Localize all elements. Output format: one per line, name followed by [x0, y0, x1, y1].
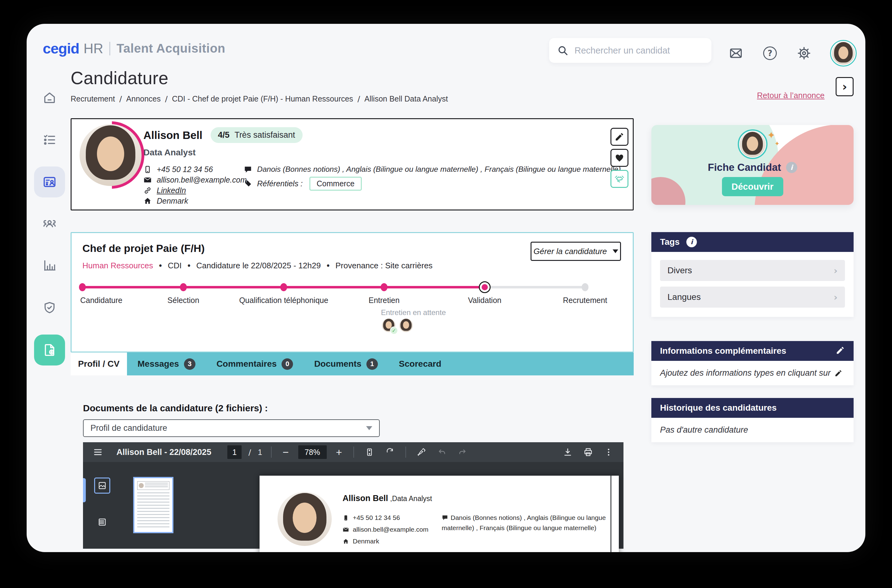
breadcrumb-separator: /: [165, 94, 168, 104]
pdf-page-input[interactable]: 1: [227, 446, 242, 459]
tab-profil-cv[interactable]: Profil / CV: [71, 352, 127, 375]
pdf-page-thumbnail[interactable]: [133, 477, 173, 533]
history-title: Historique des candidatures: [660, 403, 777, 413]
pdf-page[interactable]: Allison Bell ,Data Analyst +45 50 12 34 …: [260, 476, 619, 552]
user-avatar[interactable]: [830, 40, 857, 66]
outline-panel-icon[interactable]: [94, 514, 110, 530]
envelope-icon: [343, 526, 349, 533]
caret-down-icon: [366, 426, 372, 430]
sparkle-icon: ✦: [775, 140, 780, 147]
sidebar-item-home[interactable]: [42, 91, 57, 105]
search-icon: [557, 45, 569, 56]
tags-title: Tags: [660, 237, 680, 247]
search-input[interactable]: [575, 45, 703, 56]
cv-languages: Danois (Bonnes notions) , Anglais (Bilin…: [442, 514, 606, 531]
edit-candidate-button[interactable]: [611, 128, 629, 146]
application-source: Provenance : Site carrières: [335, 261, 433, 270]
pdf-document-title: Allison Bell - 22/08/2025: [116, 447, 211, 457]
candidate-referentiels-row: Référentiels : Commerce: [244, 177, 362, 190]
checklist-icon: [42, 133, 57, 147]
job-title: Chef de projet Paie (F/H): [83, 242, 205, 254]
bar-chart-icon: [42, 258, 57, 273]
candidate-linkedin-link[interactable]: LinkedIn: [157, 186, 186, 195]
step-dot-selection: [180, 283, 187, 291]
shield-check-icon: [42, 300, 57, 315]
sidebar-item-tasks[interactable]: [42, 133, 57, 147]
sparkle-icon: ✦: [767, 129, 776, 141]
candidate-phone-row: +45 50 12 34 56: [143, 165, 213, 174]
pdf-menu-icon[interactable]: [91, 446, 105, 459]
sidebar-item-people[interactable]: [42, 217, 57, 231]
department-link[interactable]: Human Ressources: [83, 261, 153, 270]
undo-icon[interactable]: [435, 446, 449, 459]
application-meta: Human Ressources • CDI • Candidature le …: [83, 261, 433, 270]
step-label: Candidature: [80, 296, 155, 305]
next-candidate-button[interactable]: ›: [836, 77, 854, 96]
product-name: Talent Acquisition: [116, 42, 225, 56]
settings-gear-icon[interactable]: [796, 45, 812, 61]
tab-messages[interactable]: Messages 3: [127, 352, 206, 375]
sidebar-item-reports[interactable]: [42, 258, 57, 273]
breadcrumb-item[interactable]: Annonces: [126, 94, 161, 104]
candidate-search[interactable]: [549, 38, 711, 63]
help-icon[interactable]: ?: [762, 45, 778, 61]
contract-type: CDI: [168, 261, 182, 270]
pencil-icon: [834, 369, 842, 377]
caret-down-icon: [613, 249, 618, 253]
link-icon: [143, 186, 152, 195]
info-icon[interactable]: i: [786, 162, 797, 173]
breadcrumb: Recrutement / Annonces / CDI - Chef de p…: [71, 94, 448, 104]
document-type-select[interactable]: Profil de candidature: [83, 419, 380, 437]
zoom-out-button[interactable]: −: [280, 446, 292, 458]
discover-button[interactable]: Découvrir: [722, 177, 783, 196]
favorite-button[interactable]: [611, 149, 629, 167]
tags-card: Tags i Divers › Langues ›: [651, 232, 854, 317]
thumbnails-panel-icon[interactable]: [94, 477, 110, 494]
hire-handshake-button[interactable]: [611, 170, 629, 188]
documents-heading: Documents de la candidature (2 fichiers)…: [83, 403, 268, 414]
annotate-pen-icon[interactable]: [415, 446, 428, 459]
tab-commentaires[interactable]: Commentaires 0: [206, 352, 304, 375]
download-icon[interactable]: [561, 446, 575, 459]
messages-envelope-icon[interactable]: [728, 45, 744, 61]
speech-bubble-icon: [244, 165, 252, 174]
fit-page-icon[interactable]: [363, 446, 376, 459]
sidebar-item-compliance[interactable]: [42, 300, 57, 315]
cv-photo: [278, 492, 332, 546]
envelope-icon: [143, 176, 152, 184]
cv-languages-block: Danois (Bonnes notions) , Anglais (Bilin…: [442, 513, 619, 533]
chevron-right-icon: ›: [842, 80, 847, 93]
zoom-in-button[interactable]: +: [334, 446, 345, 458]
pdf-zoom-level[interactable]: 78%: [298, 446, 327, 459]
sidebar-item-add-document[interactable]: [42, 343, 57, 357]
pending-step-status: Entretien en attente: [381, 308, 446, 317]
candidate-phone: +45 50 12 34 56: [157, 165, 213, 174]
cv-phone: +45 50 12 34 56: [353, 514, 400, 522]
step-dot-recrutement: [582, 283, 588, 291]
tag-row-langues[interactable]: Langues ›: [660, 286, 845, 308]
breadcrumb-item[interactable]: Recrutement: [71, 94, 115, 104]
tab-scorecard[interactable]: Scorecard: [388, 352, 452, 375]
breadcrumb-item[interactable]: CDI - Chef de projet Paie (F/H) - Human …: [172, 94, 353, 104]
sidebar-item-candidates[interactable]: [42, 175, 57, 189]
phone-icon: [143, 165, 152, 174]
print-icon[interactable]: [581, 446, 595, 459]
tag-row-divers[interactable]: Divers ›: [660, 260, 845, 281]
redo-icon[interactable]: [456, 446, 469, 459]
rotate-icon[interactable]: [383, 446, 397, 459]
cv-location: Denmark: [353, 537, 379, 545]
manage-application-button[interactable]: Gérer la candidature: [531, 242, 621, 261]
pdf-viewer: Allison Bell - 22/08/2025 1 / 1 − 78% +: [83, 442, 623, 549]
more-options-kebab-icon[interactable]: [602, 446, 615, 459]
candidate-location-row: Denmark: [143, 196, 188, 206]
rating-label: Très satisfaisant: [235, 130, 295, 140]
candidate-role: Data Analyst: [143, 148, 196, 158]
history-card: Historique des candidatures Pas d'autre …: [651, 398, 854, 442]
info-icon[interactable]: i: [686, 237, 697, 247]
candidate-name: Allison Bell: [143, 129, 203, 141]
back-to-posting-link[interactable]: Retour à l’annonce: [757, 91, 824, 100]
tab-documents[interactable]: Documents 1: [304, 352, 388, 375]
edit-info-button[interactable]: [836, 346, 845, 356]
application-card: Chef de projet Paie (F/H) Human Ressourc…: [71, 232, 634, 352]
pencil-icon: [614, 132, 624, 142]
